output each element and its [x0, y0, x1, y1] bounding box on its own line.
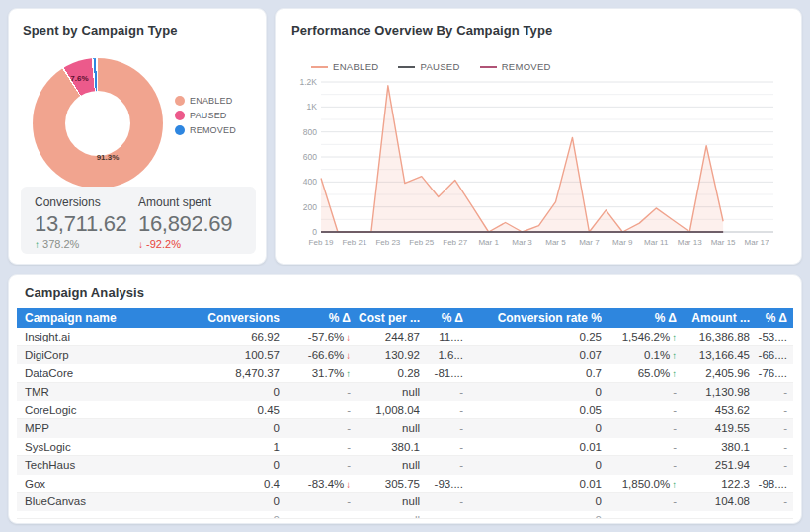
- campaign-name-cell: MPP: [17, 419, 193, 438]
- table-row[interactable]: Gox0.4-83.4%↓305.75-93....0.011,850.0%↑1…: [17, 475, 793, 494]
- column-header-3[interactable]: Cost per ...: [351, 308, 420, 328]
- legend-item-paused[interactable]: PAUSED: [398, 61, 459, 72]
- delta-cell: -: [602, 419, 677, 438]
- conversions-cell: 0: [193, 419, 280, 438]
- delta-cell: 11....: [420, 328, 463, 345]
- table-row[interactable]: Insight.ai66.92-57.6%↓244.8711....0.251,…: [17, 328, 793, 346]
- delta-cell: -: [602, 383, 677, 402]
- removed-dot-icon: [175, 125, 185, 135]
- svg-text:Mar 1: Mar 1: [478, 238, 499, 247]
- cost-per-cell: null: [351, 511, 420, 518]
- delta-cell: -: [750, 383, 793, 402]
- table-body: Insight.ai66.92-57.6%↓244.8711....0.251,…: [17, 328, 793, 520]
- table-row[interactable]: 0null0-: [17, 511, 793, 519]
- campaign-name-cell: DigiCorp: [17, 346, 193, 365]
- table-row[interactable]: BlueCanvas0-null-0-104.08-: [17, 493, 793, 511]
- svg-text:Mar 13: Mar 13: [678, 238, 702, 247]
- svg-text:Mar 5: Mar 5: [545, 238, 566, 247]
- column-header-0[interactable]: Campaign name: [17, 308, 193, 328]
- legend-item-removed[interactable]: REMOVED: [175, 125, 236, 135]
- table-row[interactable]: SysLogic1-380.1-0.01-380.1-: [17, 438, 793, 457]
- conversions-cell: 0.45: [193, 401, 280, 418]
- delta-cell: [420, 511, 463, 518]
- delta-cell: -98....: [750, 475, 793, 493]
- legend-item-enabled[interactable]: ENABLED: [311, 61, 378, 72]
- legend-item-paused[interactable]: PAUSED: [175, 111, 236, 120]
- table-row[interactable]: DataCore8,470.3731.7%↑0.28-81....0.765.0…: [17, 364, 793, 383]
- delta-cell: 0.1%↑: [602, 346, 677, 365]
- legend-label: ENABLED: [333, 61, 378, 72]
- svg-text:Feb 21: Feb 21: [342, 238, 366, 247]
- delta-cell: 31.7%↑: [280, 364, 351, 382]
- delta-cell: -: [280, 383, 351, 402]
- conversion-rate-cell: 0.01: [463, 475, 602, 493]
- column-header-7[interactable]: Amount ...: [677, 308, 750, 328]
- performance-area-chart[interactable]: 02004006008001K1.2KFeb 19Feb 21Feb 23Feb…: [291, 74, 785, 254]
- delta-cell: [750, 511, 793, 518]
- table-header-row: Campaign nameConversions% ΔCost per ...%…: [17, 308, 793, 328]
- delta-cell: -76....: [750, 364, 793, 382]
- amount-cell: 104.08: [677, 493, 750, 511]
- x-axis-labels: Feb 19Feb 21Feb 23Feb 25Feb 27Mar 1Mar 3…: [309, 238, 770, 247]
- conversions-cell: 0: [193, 511, 280, 518]
- donut-hole: [65, 91, 130, 156]
- svg-text:1K: 1K: [307, 102, 318, 112]
- conversions-cell: 8,470.37: [193, 364, 280, 382]
- delta-cell: -: [750, 419, 793, 438]
- delta-cell: [280, 511, 351, 518]
- conversions-cell: 66.92: [193, 328, 280, 345]
- legend-label: REMOVED: [190, 125, 236, 135]
- delta-cell: 1.6...: [420, 346, 463, 365]
- column-header-4[interactable]: % Δ: [420, 308, 463, 328]
- delta-cell: -: [280, 493, 351, 511]
- column-header-5[interactable]: Conversion rate %: [463, 308, 602, 328]
- spent-by-campaign-type-card: Spent by Campaign Type 91.3% 7.6% ENABLE…: [8, 8, 267, 265]
- campaign-name-cell: TechHaus: [17, 456, 193, 475]
- delta-cell: -: [750, 456, 793, 475]
- legend-item-enabled[interactable]: ENABLED: [175, 96, 236, 106]
- table-row[interactable]: DigiCorp100.57-66.6%↓130.921.6...0.070.1…: [17, 346, 793, 365]
- cost-per-cell: null: [351, 493, 420, 511]
- column-header-2[interactable]: % Δ: [280, 308, 351, 328]
- delta-cell: -: [280, 401, 351, 418]
- donut-ring[interactable]: 91.3% 7.6%: [33, 58, 163, 189]
- column-header-8[interactable]: % Δ: [750, 308, 793, 328]
- svg-text:600: 600: [303, 152, 317, 162]
- kpi-label: Amount spent: [138, 195, 242, 209]
- svg-text:Feb 27: Feb 27: [443, 238, 467, 247]
- delta-cell: -53....: [750, 328, 793, 345]
- conversions-cell: 0.4: [193, 475, 280, 493]
- up-arrow-icon: ↑: [670, 332, 677, 342]
- delta-cell: -: [602, 456, 677, 475]
- table-row[interactable]: MPP0-null-0-419.55-: [17, 419, 793, 438]
- campaign-name-cell: BlueCanvas: [17, 493, 193, 511]
- kpi-scorecards: Conversions 13,711.62 ↑ 378.2% Amount sp…: [21, 187, 256, 254]
- column-header-6[interactable]: % Δ: [602, 308, 677, 328]
- kpi-label: Conversions: [35, 195, 138, 209]
- up-arrow-icon: ↑: [670, 479, 677, 490]
- delta-cell: -: [420, 456, 463, 475]
- amount-cell: 453.62: [677, 401, 750, 418]
- legend-item-removed[interactable]: REMOVED: [480, 61, 551, 72]
- donut-chart[interactable]: 91.3% 7.6%: [33, 58, 163, 189]
- delta-cell: -: [602, 438, 677, 456]
- column-header-1[interactable]: Conversions: [193, 308, 280, 328]
- svg-text:Mar 15: Mar 15: [711, 238, 736, 247]
- up-arrow-icon: ↑: [670, 350, 677, 361]
- amount-cell: 2,405.96: [677, 364, 750, 382]
- conversion-rate-cell: 0: [463, 511, 602, 518]
- conversion-rate-cell: 0.05: [463, 401, 602, 418]
- kpi-delta-value: 378.2%: [42, 238, 79, 250]
- cost-per-cell: 130.92: [351, 346, 420, 365]
- table-row[interactable]: TechHaus0-null-0-251.94-: [17, 456, 793, 475]
- svg-text:1.2K: 1.2K: [300, 77, 318, 87]
- table-row[interactable]: TMR0-null-0-1,130.98-: [17, 383, 793, 402]
- enabled-dot-icon: [175, 96, 185, 106]
- campaign-name-cell: DataCore: [17, 364, 193, 382]
- table-row[interactable]: CoreLogic0.45-1,008.04-0.05-453.62-: [17, 401, 793, 419]
- conversion-rate-cell: 0.25: [463, 328, 602, 345]
- delta-cell: -: [750, 401, 793, 418]
- cost-per-cell: 380.1: [351, 438, 420, 456]
- up-arrow-icon: ↑: [670, 368, 677, 379]
- conversions-cell: 0: [193, 493, 280, 511]
